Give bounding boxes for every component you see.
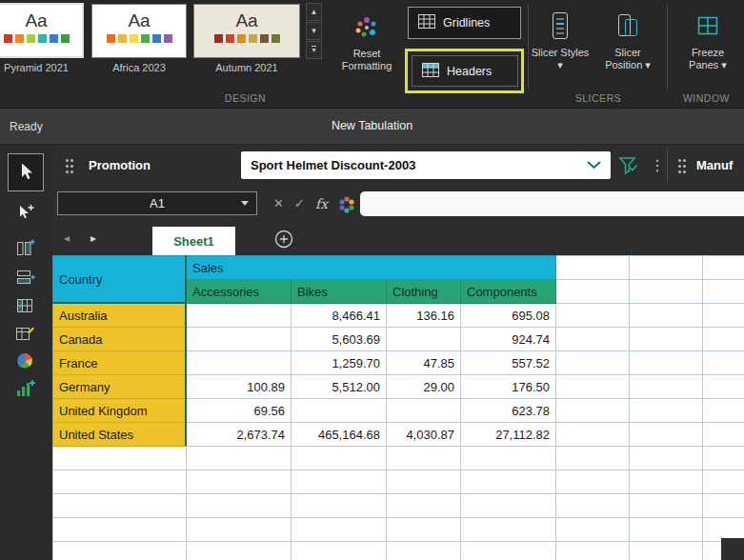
row-header-cell[interactable]: United States (53, 423, 187, 447)
empty-cell[interactable] (53, 518, 187, 542)
formula-input[interactable] (360, 191, 744, 216)
empty-cell[interactable] (556, 304, 630, 328)
filter-button[interactable] (617, 155, 638, 179)
gridlines-button[interactable]: Gridlines (408, 7, 521, 39)
empty-cell[interactable] (703, 256, 744, 280)
data-cell[interactable]: 100.89 (187, 375, 292, 399)
empty-cell[interactable] (292, 542, 387, 560)
empty-cell[interactable] (187, 470, 292, 494)
data-cell[interactable] (187, 351, 292, 375)
row-header-cell[interactable]: Canada (53, 328, 187, 351)
data-cell[interactable]: 29.00 (387, 375, 461, 399)
empty-cell[interactable] (292, 494, 387, 518)
empty-cell[interactable] (53, 494, 187, 518)
empty-cell[interactable] (703, 470, 744, 494)
empty-cell[interactable] (292, 470, 387, 494)
theme-tile-pyramid[interactable]: Aa (0, 3, 84, 58)
grid-tool-button[interactable] (14, 295, 35, 319)
row-header-cell[interactable]: Germany (53, 375, 187, 399)
empty-cell[interactable] (703, 351, 744, 375)
empty-cell[interactable] (556, 280, 630, 304)
insert-function-button[interactable]: fx (315, 187, 328, 221)
empty-cell[interactable] (630, 542, 703, 560)
empty-cell[interactable] (630, 518, 703, 542)
empty-cell[interactable] (630, 280, 703, 304)
data-cell[interactable]: 695.08 (461, 304, 556, 328)
column-header-cell[interactable]: Bikes (292, 280, 387, 304)
drag-handle-icon[interactable] (66, 159, 69, 162)
empty-cell[interactable] (53, 470, 187, 494)
row-header-cell[interactable]: Australia (53, 304, 187, 328)
empty-cell[interactable] (461, 470, 556, 494)
data-cell[interactable]: 924.74 (461, 328, 556, 351)
empty-cell[interactable] (387, 542, 461, 560)
empty-cell[interactable] (630, 494, 703, 518)
column-header-cell[interactable]: Clothing (387, 280, 461, 304)
empty-cell[interactable] (703, 399, 744, 423)
empty-cell[interactable] (630, 470, 703, 494)
data-cell[interactable]: 69.56 (187, 399, 292, 423)
empty-cell[interactable] (187, 518, 292, 542)
edit-table-tool-button[interactable] (14, 323, 35, 347)
next-sheet-button[interactable]: ▸ (90, 221, 96, 255)
select-tool-button[interactable] (8, 153, 44, 191)
gallery-scroll-up-button[interactable]: ▲ (306, 3, 322, 21)
data-cell[interactable] (387, 399, 461, 423)
empty-cell[interactable] (461, 518, 556, 542)
data-cell[interactable] (387, 328, 461, 351)
ai-function-button[interactable] (338, 196, 355, 216)
empty-cell[interactable] (387, 447, 461, 470)
cancel-entry-button[interactable]: ✕ (273, 187, 284, 221)
promotion-dropdown[interactable]: Sport Helmet Discount-2003 (241, 151, 611, 179)
data-cell[interactable]: 557.52 (461, 351, 556, 375)
data-cell[interactable]: 47.85 (387, 351, 461, 375)
gallery-scroll-down-button[interactable]: ▼ (306, 22, 322, 40)
slicer-position-button[interactable]: Slicer Position ▾ (596, 3, 659, 92)
previous-sheet-button[interactable]: ◂ (64, 221, 70, 255)
data-cell[interactable]: 176.50 (461, 375, 556, 399)
name-box[interactable]: A1 (57, 191, 257, 215)
column-header-cell[interactable]: Accessories (187, 280, 292, 304)
data-cell[interactable]: 5,603.69 (292, 328, 387, 351)
empty-cell[interactable] (387, 518, 461, 542)
empty-cell[interactable] (53, 542, 187, 560)
data-cell[interactable]: 465,164.68 (292, 423, 387, 447)
add-chart-tool-button[interactable] (14, 378, 35, 402)
drag-handle-icon[interactable] (678, 159, 681, 162)
empty-cell[interactable] (703, 304, 744, 328)
corner-header-cell[interactable]: Country (53, 256, 187, 304)
empty-cell[interactable] (630, 304, 703, 328)
slicer-styles-button[interactable]: Slicer Styles ▾ (531, 3, 590, 92)
theme-tile-autumn[interactable]: Aa (193, 4, 300, 58)
empty-cell[interactable] (187, 447, 292, 470)
group-header-cell[interactable]: Sales (187, 256, 556, 280)
multi-select-tool-button[interactable] (15, 202, 36, 226)
data-cell[interactable] (187, 304, 292, 328)
empty-cell[interactable] (292, 518, 387, 542)
data-cell[interactable]: 4,030.87 (387, 423, 461, 447)
column-header-cell[interactable]: Components (461, 280, 556, 304)
insert-columns-tool-button[interactable] (14, 237, 35, 261)
empty-cell[interactable] (703, 423, 744, 447)
gallery-more-button[interactable]: ▾ (306, 41, 322, 59)
theme-colors-tool-button[interactable] (14, 350, 35, 373)
data-cell[interactable]: 5,512.00 (292, 375, 387, 399)
empty-cell[interactable] (53, 447, 187, 470)
empty-cell[interactable] (461, 494, 556, 518)
data-cell[interactable]: 27,112.82 (461, 423, 556, 447)
empty-cell[interactable] (556, 423, 630, 447)
empty-cell[interactable] (630, 375, 703, 399)
empty-cell[interactable] (461, 542, 556, 560)
empty-cell[interactable] (187, 494, 292, 518)
empty-cell[interactable] (556, 542, 630, 560)
empty-cell[interactable] (630, 256, 703, 280)
empty-cell[interactable] (703, 494, 744, 518)
row-header-cell[interactable]: France (53, 351, 187, 375)
empty-cell[interactable] (630, 351, 703, 375)
empty-cell[interactable] (292, 447, 387, 470)
empty-cell[interactable] (556, 518, 630, 542)
slicer-more-button[interactable]: ⋮ (650, 145, 665, 187)
empty-cell[interactable] (461, 447, 556, 470)
theme-tile-africa[interactable]: Aa (91, 4, 187, 58)
empty-cell[interactable] (703, 328, 744, 351)
